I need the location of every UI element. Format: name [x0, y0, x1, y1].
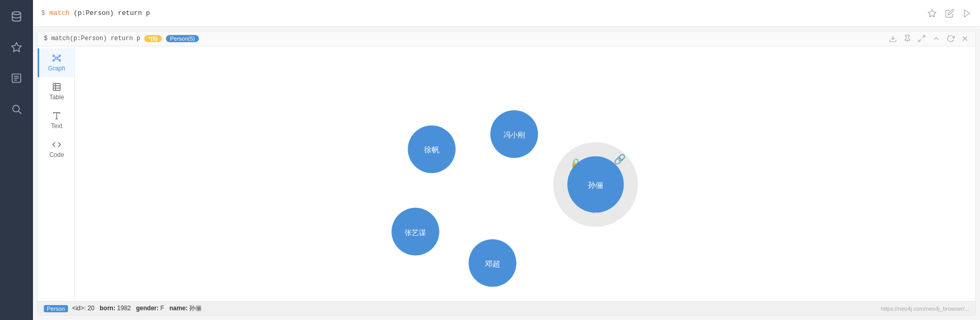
status-id-label: <id>: — [72, 305, 86, 312]
tab-text-label: Text — [51, 122, 62, 130]
node-xufan-label: 徐帆 — [424, 146, 440, 154]
tab-graph-label: Graph — [48, 65, 65, 72]
graph-canvas[interactable]: 🔒 🔗 ✦ 徐帆 冯小刚 张艺谋 孙俪 — [75, 46, 975, 301]
panel-query-value: match(p:Person) return p — [51, 35, 140, 42]
edit-icon[interactable] — [945, 9, 954, 18]
svg-line-7 — [19, 111, 21, 114]
refresh-icon[interactable] — [947, 34, 955, 43]
status-bar: Person <id>: 20 born: 1982 gender: F nam… — [38, 301, 975, 315]
tab-table[interactable]: Table — [38, 77, 74, 106]
run-icon[interactable] — [962, 9, 972, 18]
tab-code[interactable]: Code — [38, 135, 74, 164]
status-gender-value: F — [160, 305, 164, 312]
svg-rect-25 — [53, 83, 60, 91]
node-sunli-label: 孙俪 — [588, 181, 603, 189]
panel-header-right — [889, 34, 969, 43]
result-count-badge: *(5) — [144, 35, 162, 42]
svg-marker-1 — [12, 43, 21, 51]
download-icon[interactable] — [889, 34, 897, 43]
tab-table-label: Table — [49, 94, 64, 101]
query-display: $ match (p:Person) return p — [41, 9, 150, 17]
panel-header: $ match(p:Person) return p *(5) Person(5… — [38, 31, 975, 46]
svg-line-23 — [55, 59, 56, 60]
expand-icon[interactable] — [918, 34, 926, 43]
view-tabs: Graph Table — [38, 46, 75, 301]
person-count-badge: Person(5) — [166, 35, 199, 42]
node-denghao-label: 邓超 — [485, 260, 500, 268]
status-person-badge: Person — [44, 305, 68, 312]
node-fengxiao-label: 冯小刚 — [503, 131, 525, 139]
code-icon — [52, 140, 61, 149]
close-icon[interactable] — [961, 34, 969, 43]
tab-graph[interactable]: Graph — [38, 48, 74, 77]
ring-share-icon: 🔗 — [614, 153, 626, 165]
svg-line-13 — [919, 39, 921, 42]
sidebar-item-search[interactable] — [6, 99, 27, 119]
graph-svg: 🔒 🔗 ✦ 徐帆 冯小刚 张艺谋 孙俪 — [75, 46, 975, 301]
main-content: $ match (p:Person) return p $ match(p:Pe… — [33, 0, 980, 320]
node-zhangyi-label: 张艺谋 — [404, 229, 426, 237]
svg-point-20 — [59, 60, 61, 61]
query-bar: $ match (p:Person) return p — [33, 0, 980, 27]
panel-header-left: $ match(p:Person) return p *(5) Person(5… — [44, 35, 199, 42]
query-dollar: $ — [41, 9, 45, 17]
graph-icon — [52, 54, 61, 63]
status-gender-label: gender: — [136, 305, 159, 312]
status-bar-right: https://neo4j.com/neo4j_browser/... — [881, 306, 969, 312]
svg-point-18 — [59, 55, 61, 57]
svg-point-0 — [12, 12, 21, 15]
svg-line-24 — [58, 59, 59, 60]
svg-point-6 — [13, 105, 20, 112]
sidebar — [0, 0, 33, 320]
status-bar-left: Person <id>: 20 born: 1982 gender: F nam… — [44, 304, 201, 313]
status-name-value: 孙俪 — [189, 305, 201, 312]
tab-text[interactable]: Text — [38, 106, 74, 135]
svg-line-12 — [922, 35, 925, 38]
sidebar-item-favorites[interactable] — [6, 37, 27, 58]
svg-line-22 — [58, 57, 59, 58]
svg-marker-8 — [928, 9, 936, 16]
status-born-label: born: — [99, 305, 115, 312]
query-bar-actions — [927, 9, 972, 18]
svg-marker-9 — [965, 10, 970, 17]
query-code: (p:Person) return p — [74, 9, 150, 17]
result-panel: $ match(p:Person) return p *(5) Person(5… — [37, 31, 976, 316]
svg-point-19 — [53, 60, 55, 61]
panel-dollar: $ — [44, 35, 51, 42]
tab-code-label: Code — [49, 151, 64, 158]
svg-point-16 — [56, 57, 58, 60]
up-icon[interactable] — [932, 34, 940, 43]
panel-query-text: $ match(p:Person) return p — [44, 35, 140, 42]
query-keyword: match — [49, 9, 70, 17]
bookmark-icon[interactable] — [927, 9, 937, 18]
panel-body: Graph Table — [38, 46, 975, 301]
pin-icon[interactable] — [903, 34, 911, 43]
status-born-value: 1982 — [117, 305, 131, 312]
text-icon — [52, 111, 61, 120]
status-id-value: 20 — [88, 305, 94, 312]
status-name-label: name: — [170, 305, 188, 312]
sidebar-item-database[interactable] — [6, 6, 27, 27]
sidebar-item-documents[interactable] — [6, 68, 27, 88]
table-icon — [52, 82, 61, 92]
svg-point-17 — [53, 55, 55, 57]
status-id: <id>: 20 born: 1982 gender: F name: 孙俪 — [72, 304, 202, 313]
svg-line-21 — [55, 57, 56, 58]
